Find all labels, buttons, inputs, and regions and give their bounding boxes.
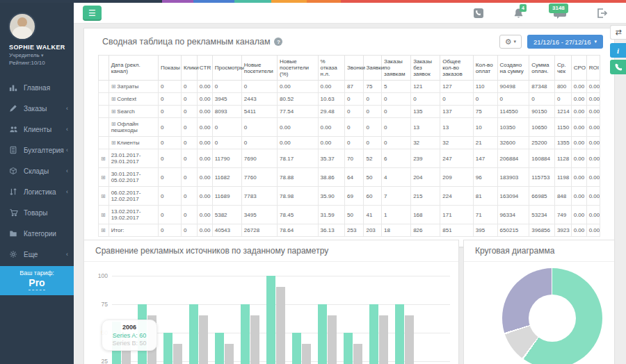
value-cell: 204 bbox=[411, 168, 440, 187]
sidebar-item-label: Бухгалтерия bbox=[24, 147, 64, 154]
value-cell: 0.00 bbox=[197, 81, 212, 93]
bar[interactable] bbox=[241, 304, 250, 364]
chevron-left-icon: ‹ bbox=[66, 105, 68, 112]
value-cell: 7 bbox=[382, 187, 411, 206]
expand-icon[interactable]: ⊞ bbox=[111, 108, 116, 115]
date-range-button[interactable]: 21/12/16 - 27/12/16 ▾ bbox=[527, 35, 603, 49]
sidebar-item[interactable]: Заказы‹ bbox=[0, 98, 74, 119]
column-header: Заказы по заявкам bbox=[382, 56, 411, 81]
compare-shuffle-button[interactable]: ⇄ bbox=[610, 25, 626, 40]
row-expander-cell: ⊞ bbox=[99, 224, 109, 237]
bar[interactable] bbox=[215, 333, 224, 364]
sidebar-item[interactable]: Еще‹ bbox=[0, 244, 74, 265]
value-cell: 11689 bbox=[212, 187, 241, 206]
expand-icon[interactable]: ⊞ bbox=[101, 227, 106, 233]
bar[interactable] bbox=[405, 315, 414, 364]
expand-icon[interactable]: ⊞ bbox=[111, 83, 116, 90]
column-header: % отказа н.л. bbox=[318, 56, 344, 81]
bar[interactable] bbox=[353, 344, 362, 364]
sidebar-item[interactable]: Товары bbox=[0, 202, 74, 223]
chevron-left-icon: ‹ bbox=[66, 188, 68, 195]
expand-icon[interactable]: ⊞ bbox=[101, 174, 106, 181]
row-label-cell: 06.02.2017-12.02.2017 bbox=[109, 187, 158, 206]
expand-icon[interactable]: ⊞ bbox=[111, 140, 116, 146]
y-axis-tick-label: 25 bbox=[90, 358, 108, 364]
value-cell: 239 bbox=[411, 149, 440, 168]
row-expander-cell bbox=[99, 81, 109, 93]
bar[interactable] bbox=[163, 333, 172, 364]
tariff-value[interactable]: Pro bbox=[29, 277, 45, 290]
value-cell: 0 bbox=[181, 106, 197, 118]
sidebar-item[interactable]: Клиенты‹ bbox=[0, 119, 74, 140]
expand-icon[interactable]: ⊞ bbox=[111, 96, 116, 102]
value-cell: 171 bbox=[440, 206, 474, 224]
bar[interactable] bbox=[225, 344, 234, 364]
tariff-block[interactable]: Ваш тариф: Pro bbox=[0, 266, 74, 295]
value-cell: 7760 bbox=[241, 168, 277, 187]
bar[interactable] bbox=[250, 315, 259, 364]
bar[interactable] bbox=[302, 344, 311, 364]
expand-icon[interactable]: ⊞ bbox=[101, 212, 106, 218]
value-cell: 0 bbox=[159, 93, 182, 106]
value-cell: 247 bbox=[440, 149, 474, 168]
callback-phone-button[interactable] bbox=[610, 60, 626, 74]
sidebar-item[interactable]: Главная bbox=[0, 77, 74, 98]
bar[interactable] bbox=[328, 315, 337, 364]
value-cell: 0.00 bbox=[197, 137, 212, 149]
bar[interactable] bbox=[395, 304, 404, 364]
gear-icon: ⚙ bbox=[505, 38, 512, 47]
hamburger-icon: ☰ bbox=[88, 8, 96, 18]
expand-icon[interactable]: ⊞ bbox=[101, 193, 106, 199]
bar[interactable] bbox=[344, 333, 353, 364]
info-button[interactable]: i bbox=[610, 43, 626, 58]
logout-icon[interactable] bbox=[596, 8, 608, 19]
bar[interactable] bbox=[276, 287, 285, 364]
bar[interactable] bbox=[292, 333, 301, 364]
value-cell: 0.00 bbox=[586, 106, 600, 118]
value-cell: 96 bbox=[473, 168, 497, 187]
value-cell: 0 bbox=[159, 118, 182, 137]
sidebar-item[interactable]: Склады‹ bbox=[0, 160, 74, 181]
value-cell: 35.90 bbox=[318, 187, 344, 206]
bar[interactable] bbox=[199, 315, 208, 364]
bar[interactable] bbox=[318, 304, 327, 364]
messages-chat-icon[interactable]: 3148 bbox=[553, 8, 567, 19]
value-cell: 147 bbox=[473, 149, 497, 168]
value-cell: 749 bbox=[554, 206, 571, 224]
user-role-dropdown[interactable]: Учредитель ▾ bbox=[0, 52, 74, 58]
hamburger-menu-button[interactable]: ☰ bbox=[83, 6, 102, 21]
notifications-bell-icon[interactable]: 4 bbox=[513, 8, 524, 19]
help-icon[interactable]: ? bbox=[274, 38, 282, 46]
expand-icon[interactable]: ⊞ bbox=[101, 156, 106, 162]
value-cell: 0.00 bbox=[571, 118, 586, 137]
value-cell: 78.17 bbox=[278, 149, 319, 168]
value-cell: 650215 bbox=[497, 224, 529, 237]
sidebar-item[interactable]: Категории bbox=[0, 223, 74, 244]
value-cell: 851 bbox=[440, 224, 474, 237]
value-cell: 78.98 bbox=[278, 187, 319, 206]
value-cell: 800 bbox=[554, 81, 571, 93]
value-cell: 77.54 bbox=[278, 106, 319, 118]
bar[interactable] bbox=[369, 304, 378, 364]
avatar[interactable] bbox=[10, 14, 35, 39]
value-cell: 0 bbox=[181, 206, 197, 224]
value-cell: 70 bbox=[345, 149, 364, 168]
bar[interactable] bbox=[266, 276, 275, 364]
value-cell: 848 bbox=[554, 187, 571, 206]
sidebar-item[interactable]: Логистика‹ bbox=[0, 181, 74, 202]
expand-icon[interactable]: ⊞ bbox=[111, 121, 116, 127]
column-header-expander bbox=[99, 56, 109, 81]
bar[interactable] bbox=[173, 344, 182, 364]
value-cell: 0 bbox=[382, 106, 411, 118]
column-header: Кол-во оплат bbox=[473, 56, 497, 81]
value-cell: 826 bbox=[411, 224, 440, 237]
value-cell: 75 bbox=[364, 81, 382, 93]
bar[interactable] bbox=[379, 315, 388, 364]
phone-icon[interactable] bbox=[473, 8, 484, 19]
value-cell: 0.00 bbox=[197, 149, 212, 168]
value-cell: 32 bbox=[440, 137, 474, 149]
sidebar-item[interactable]: Бухгалтерия‹ bbox=[0, 140, 74, 160]
bar[interactable] bbox=[189, 304, 198, 364]
value-cell: 25200 bbox=[529, 137, 555, 149]
table-settings-button[interactable]: ⚙▾ bbox=[499, 35, 522, 49]
